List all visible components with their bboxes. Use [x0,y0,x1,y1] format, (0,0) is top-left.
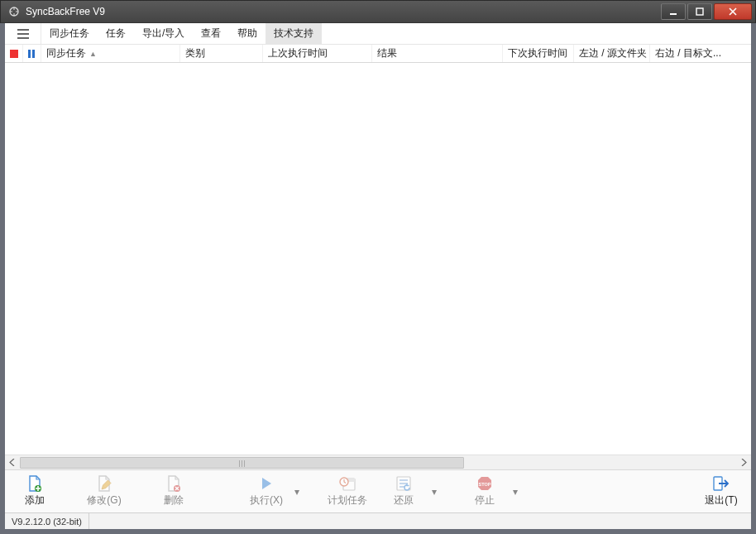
client-area: 同步任务 任务 导出/导入 查看 帮助 技术支持 同步任务 ▲ 类别 上次执行时… [0,23,756,534]
stop-icon [10,50,18,58]
scroll-left-arrow-icon[interactable] [5,455,19,469]
schedule-label: 计划任务 [328,493,367,508]
run-label: 执行(X) [250,493,283,508]
col-sync-task[interactable]: 同步任务 ▲ [41,45,180,62]
col-category[interactable]: 类别 [180,45,263,62]
task-grid[interactable] [5,63,751,455]
menu-view[interactable]: 查看 [193,23,229,44]
exit-button[interactable]: 退出(T) [696,472,746,512]
menu-export-import[interactable]: 导出/导入 [134,23,193,44]
col-label: 右边 / 目标文... [655,46,721,60]
col-next-run[interactable]: 下次执行时间 [503,45,574,62]
col-label: 同步任务 [46,46,86,60]
menu-sync-tasks[interactable]: 同步任务 [41,23,98,44]
modify-label: 修改(G) [87,493,121,508]
run-dropdown[interactable]: ▾ [291,472,303,512]
hamburger-menu-button[interactable] [5,23,41,44]
edit-page-icon [95,475,113,492]
col-label: 左边 / 源文件夹 [579,46,647,60]
delete-page-icon [165,475,183,492]
menu-support[interactable]: 技术支持 [266,23,322,44]
minimize-button[interactable] [661,3,686,20]
menu-bar: 同步任务 任务 导出/导入 查看 帮助 技术支持 [5,23,751,45]
restore-label: 还原 [394,493,414,508]
add-button[interactable]: 添加 [10,472,60,512]
add-page-icon [26,475,44,492]
col-label: 类别 [185,46,205,60]
title-bar: SyncBackFree V9 [0,0,756,23]
col-label: 上次执行时间 [268,46,328,60]
exit-label: 退出(T) [705,493,737,508]
modify-button[interactable]: 修改(G) [79,472,129,512]
stop-label: 停止 [475,493,495,508]
col-result[interactable]: 结果 [372,45,503,62]
sort-asc-icon: ▲ [89,50,97,58]
restore-list-icon [395,475,413,492]
maximize-button[interactable] [687,3,712,20]
close-button[interactable] [714,3,752,20]
col-label: 下次执行时间 [508,46,567,60]
exit-door-icon [712,475,730,492]
restore-button[interactable]: 还原 [379,472,428,512]
menu-task[interactable]: 任务 [98,23,134,44]
stop-button[interactable]: STOP 停止 [460,472,510,512]
svg-text:STOP: STOP [479,482,491,487]
delete-label: 删除 [164,493,184,508]
version-cell: V9.2.12.0 (32-bit) [5,513,89,529]
header-stop-icon[interactable] [5,45,23,62]
column-header-row: 同步任务 ▲ 类别 上次执行时间 结果 下次执行时间 左边 / 源文件夹 右边 … [5,45,751,63]
stop-sign-icon: STOP [476,475,494,492]
add-label: 添加 [25,493,45,508]
window-controls [661,3,754,20]
col-right-dest[interactable]: 右边 / 目标文... [650,45,751,62]
stop-dropdown[interactable]: ▾ [510,472,521,512]
scroll-track[interactable] [20,457,736,469]
col-last-run[interactable]: 上次执行时间 [263,45,372,62]
header-pause-icon[interactable] [23,45,41,62]
restore-dropdown[interactable]: ▾ [428,472,440,512]
window-title: SyncBackFree V9 [26,6,661,17]
clock-calendar-icon [338,475,356,492]
svg-rect-1 [670,13,677,15]
schedule-button[interactable]: 计划任务 [323,472,372,512]
scroll-thumb[interactable] [20,457,464,469]
app-icon [7,5,21,18]
delete-button[interactable]: 删除 [149,472,199,512]
col-left-source[interactable]: 左边 / 源文件夹 [574,45,650,62]
run-button[interactable]: 执行(X) [242,472,291,512]
scroll-right-arrow-icon[interactable] [737,455,751,469]
status-empty [89,513,751,529]
horizontal-scrollbar[interactable] [5,455,751,469]
pause-icon [28,50,36,58]
col-label: 结果 [377,46,397,60]
status-bar: V9.2.12.0 (32-bit) [5,512,751,529]
svg-rect-2 [696,8,703,15]
menu-help[interactable]: 帮助 [229,23,266,44]
bottom-toolbar: 添加 修改(G) 删除 执行(X) ▾ [5,469,751,512]
play-icon [257,475,275,492]
